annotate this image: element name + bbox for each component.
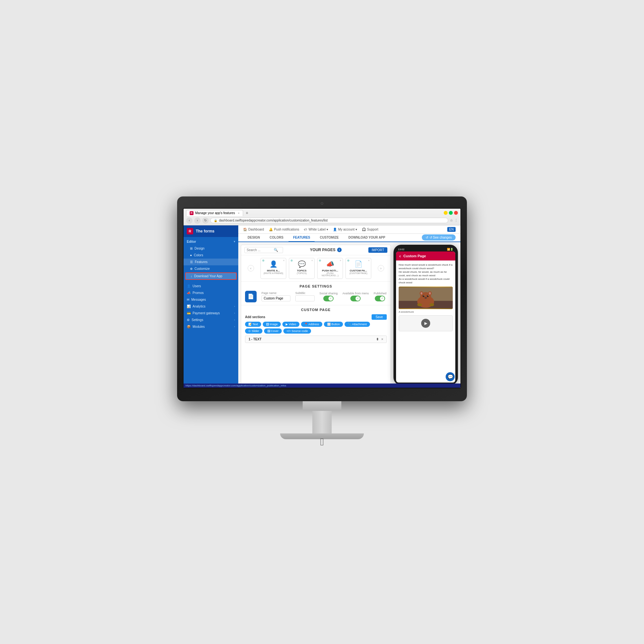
- play-button[interactable]: ▶: [421, 319, 430, 328]
- nav-myaccount[interactable]: 👤 My account ▾: [333, 228, 357, 231]
- search-input[interactable]: [247, 248, 272, 252]
- svg-point-11: [421, 292, 422, 294]
- button-button[interactable]: ⬜ Button: [324, 322, 343, 327]
- tab-bar: DESIGN COLORS FEATURES CUSTOMIZE DOWNLOA…: [238, 234, 460, 242]
- monitor: R Manage your app's features × +: [177, 196, 467, 448]
- sidebar-item-download[interactable]: ↓ Download Your App: [185, 272, 237, 280]
- url-bar[interactable]: 🔒 dashboard.swiftspeedappcreator.com/app…: [210, 218, 448, 223]
- svg-point-13: [417, 303, 422, 306]
- import-button[interactable]: IMPORT: [368, 247, 387, 253]
- tab-close-icon[interactable]: ×: [238, 212, 240, 215]
- carousel-next-button[interactable]: ›: [378, 265, 384, 271]
- page-card-topics[interactable]: × ⊕ 💬 TOPICS (TOPICS): [289, 258, 315, 279]
- sidebar-item-payment[interactable]: 💳 Payment gateways ›: [184, 310, 238, 317]
- sidebar-item-design[interactable]: ⊞ Design: [184, 245, 238, 252]
- new-tab-button[interactable]: +: [244, 210, 250, 215]
- delete-icon[interactable]: ×: [381, 337, 383, 341]
- page-card-custom[interactable]: × ⊕ 📄 CUSTOM PA... (CUSTOM PAGE): [346, 258, 371, 279]
- page-name-input[interactable]: [261, 295, 290, 301]
- phone-status-bar: 13:02 📶🔋: [396, 247, 455, 251]
- sidebar-item-promos[interactable]: 📣 Promos: [184, 289, 238, 296]
- menu-icon[interactable]: ⋮: [454, 218, 458, 223]
- svg-point-4: [423, 295, 425, 297]
- push-label: Push notifications: [274, 228, 299, 231]
- subtitle-input[interactable]: [295, 295, 315, 301]
- sidebar-item-messages[interactable]: ✉ Messages: [184, 296, 238, 303]
- sidebar-item-colors[interactable]: ● Colors: [184, 252, 238, 259]
- status-url: https://dashboard.swiftspeedappcreator.c…: [238, 384, 286, 387]
- close-button[interactable]: [454, 211, 458, 215]
- tab-download[interactable]: DOWNLOAD YOUR APP: [344, 234, 390, 242]
- account-label: My account ▾: [338, 228, 357, 231]
- tab-title: Manage your app's features: [195, 211, 235, 215]
- nav-controls-right: ☆ ⋮: [450, 218, 458, 223]
- settings-icon: ⚙: [187, 318, 190, 322]
- window-controls: [444, 211, 458, 215]
- minimize-button[interactable]: [444, 211, 448, 215]
- toggle-knob: ✓: [380, 296, 384, 301]
- phone-back-icon[interactable]: ‹: [399, 253, 401, 259]
- search-row: 🔍 YOUR PAGES i IMPORT: [241, 245, 391, 255]
- tab-design[interactable]: DESIGN: [243, 234, 264, 242]
- editor-section-header[interactable]: Editor ▾: [184, 238, 238, 245]
- browser-tab[interactable]: R Manage your app's features ×: [186, 210, 243, 216]
- slider-button[interactable]: ⊙ Slider: [245, 328, 262, 334]
- settings-fields: Page name: Subtitle:: [261, 291, 387, 301]
- settings-arrow-icon: ›: [234, 318, 235, 321]
- star-icon[interactable]: ☆: [450, 218, 453, 223]
- nav-support[interactable]: 🎧 Support: [362, 228, 378, 231]
- content-area: 🔍 YOUR PAGES i IMPORT: [238, 242, 460, 388]
- nav-push[interactable]: 🔔 Push notifications: [269, 228, 299, 231]
- address-button[interactable]: 📍 Address: [301, 322, 322, 327]
- browser-nav: ‹ › ↻ 🔒 dashboard.swiftspeedappcreator.c…: [186, 217, 458, 224]
- toggle-knob: ✓: [355, 296, 360, 301]
- sidebar-item-users[interactable]: 👤 Users: [184, 283, 238, 289]
- tab-features[interactable]: FEATURES: [289, 234, 315, 242]
- see-changes-button[interactable]: ↺ ↺ See changes: [422, 234, 456, 241]
- sidebar-item-analytics[interactable]: 📊 Analytics ›: [184, 303, 238, 310]
- push-card-name: PUSH NOTI...: [319, 269, 341, 272]
- users-icon: 👤: [187, 284, 191, 288]
- chat-fab[interactable]: 💬: [446, 372, 455, 381]
- cover-button[interactable]: 🖼 Cover: [264, 328, 282, 334]
- video-button[interactable]: ▶ Video: [282, 322, 299, 327]
- customize-icon: ⊕: [190, 267, 193, 270]
- nav-dashboard[interactable]: 🏠 Dashboard: [243, 228, 264, 231]
- sidebar-item-customize[interactable]: ⊕ Customize: [184, 265, 238, 272]
- your-pages-title: YOUR PAGES i: [310, 248, 342, 252]
- phone-image: [399, 287, 453, 309]
- save-button[interactable]: Save: [372, 314, 387, 320]
- phone-frame: 13:02 📶🔋 ‹ Custom Page: [393, 245, 458, 385]
- menu-toggle[interactable]: ✓: [350, 296, 361, 301]
- forward-button[interactable]: ›: [194, 217, 201, 224]
- phone-video-thumb[interactable]: ▶: [399, 315, 453, 331]
- sidebar-item-settings[interactable]: ⚙ Settings ›: [184, 317, 238, 323]
- tab-customize[interactable]: CUSTOMIZE: [315, 234, 343, 242]
- invite-card-name: INVITE A...: [263, 269, 284, 272]
- back-button[interactable]: ‹: [186, 217, 193, 224]
- reload-button[interactable]: ↻: [202, 217, 209, 224]
- page-card-invite[interactable]: × ⊕ 👤 INVITE A... (INVITE A FRIEND): [260, 258, 286, 279]
- monitor-stand-neck: [312, 411, 332, 433]
- page-card-push[interactable]: × ⊕ 📣 PUSH NOTI... (PUSH NOTIFICATIO...): [317, 258, 343, 279]
- custom-page-title: CUSTOM PAGE: [245, 308, 387, 312]
- custom-page-section: CUSTOM PAGE Add sections Save 📝 Text 🖼 I…: [241, 305, 391, 346]
- tab-colors[interactable]: COLORS: [265, 234, 288, 242]
- section-buttons: 📝 Text 🖼 Image ▶ Video 📍 Address ⬜ Butto…: [245, 322, 387, 334]
- attachment-button[interactable]: 📎 Attachment: [345, 322, 370, 327]
- sort-icon[interactable]: ⇕: [376, 337, 379, 341]
- sidebar-item-modules[interactable]: 📦 Modules ›: [184, 323, 238, 330]
- published-toggle[interactable]: ✓: [375, 296, 385, 301]
- brand-name: The forms: [196, 229, 214, 233]
- nav-whitelabel[interactable]: 🏷 White Label ▾: [304, 228, 328, 231]
- text-button[interactable]: 📝 Text: [245, 322, 261, 327]
- carousel-prev-button[interactable]: ‹: [248, 265, 254, 271]
- analytics-icon: 📊: [187, 305, 191, 308]
- source-button[interactable]: </> Source code: [283, 328, 311, 334]
- svg-point-12: [429, 292, 431, 294]
- language-button[interactable]: EN: [447, 227, 456, 232]
- image-button[interactable]: 🖼 Image: [263, 322, 281, 327]
- sidebar-item-features[interactable]: ☰ Features: [184, 259, 238, 265]
- social-sharing-toggle[interactable]: ✓: [323, 296, 334, 301]
- maximize-button[interactable]: [449, 211, 453, 215]
